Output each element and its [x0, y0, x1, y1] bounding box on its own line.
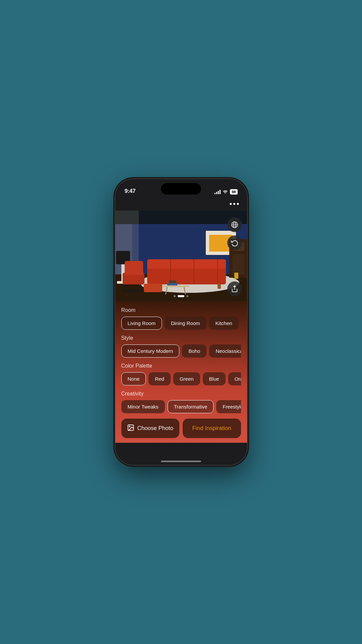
chip-mid-century[interactable]: Mid Century Modern [121, 344, 180, 358]
status-icons: 98 [215, 189, 237, 195]
status-time: 9:47 [125, 188, 136, 195]
chip-dining-room[interactable]: Dining Room [165, 317, 206, 330]
battery-badge: 98 [230, 189, 237, 195]
chip-orange[interactable]: Orange [228, 372, 241, 385]
share-icon [231, 285, 238, 292]
more-options-button[interactable]: ••• [229, 200, 240, 208]
chip-transformative[interactable]: Transformative [168, 400, 214, 413]
svg-rect-31 [167, 283, 177, 285]
svg-rect-11 [234, 273, 238, 279]
phone-frame: 9:47 98 ••• [115, 179, 247, 465]
globe-icon [231, 221, 238, 228]
page-dot-3 [186, 295, 188, 297]
svg-rect-24 [144, 284, 162, 292]
phone-screen: 9:47 98 ••• [115, 179, 247, 465]
chip-boho[interactable]: Boho [182, 344, 206, 358]
chip-kitchen[interactable]: Kitchen [209, 317, 239, 330]
page-dot-1 [174, 295, 176, 297]
history-button[interactable] [227, 235, 242, 250]
find-inspiration-button[interactable]: Find Inspiration [183, 419, 241, 438]
image-icon [127, 424, 134, 431]
room-chips-row: Living Room Dining Room Kitchen Bedroom [121, 317, 241, 330]
chip-none[interactable]: None [121, 372, 146, 385]
svg-rect-21 [218, 284, 221, 289]
wifi-icon [223, 190, 228, 195]
chip-minor-tweaks[interactable]: Minor Tweaks [121, 400, 165, 413]
home-indicator [161, 461, 201, 462]
page-indicator [174, 295, 188, 297]
dynamic-island [161, 183, 201, 195]
chip-red[interactable]: Red [148, 372, 171, 385]
svg-point-40 [129, 426, 130, 427]
chip-freestyle[interactable]: Freestyle [216, 400, 241, 413]
style-chips-row: Mid Century Modern Boho Neoclassical [121, 344, 241, 358]
color-chips-row: None Red Green Blue Orange P [121, 372, 241, 386]
signal-icon [215, 190, 221, 194]
room-section-label: Room [121, 307, 241, 313]
action-buttons-row: Choose Photo Find Inspiration [121, 419, 241, 439]
style-section-label: Style [121, 335, 241, 341]
svg-rect-28 [162, 285, 189, 287]
svg-rect-32 [169, 280, 176, 283]
history-icon [231, 239, 238, 247]
svg-rect-15 [147, 266, 226, 284]
svg-rect-23 [125, 261, 143, 275]
bottom-panel: Room Living Room Dining Room Kitchen Bed… [115, 301, 247, 443]
svg-rect-16 [147, 259, 226, 269]
hero-image-container [115, 211, 247, 301]
chip-living-room[interactable]: Living Room [121, 317, 162, 330]
share-button[interactable] [227, 281, 242, 296]
creativity-section-label: Creativity [121, 391, 241, 397]
choose-photo-label: Choose Photo [137, 425, 173, 432]
color-section-label: Color Palette [121, 363, 241, 369]
chip-blue[interactable]: Blue [203, 372, 226, 385]
chip-green[interactable]: Green [173, 372, 200, 385]
find-inspiration-label: Find Inspiration [192, 425, 231, 432]
page-dot-2 [178, 295, 184, 297]
svg-point-27 [124, 289, 144, 293]
chip-neoclassical[interactable]: Neoclassical [209, 344, 241, 358]
header-bar: ••• [115, 197, 247, 211]
choose-photo-button[interactable]: Choose Photo [121, 419, 180, 438]
photo-icon [127, 424, 134, 433]
creativity-chips-row: Minor Tweaks Transformative Freestyle [121, 400, 241, 414]
svg-rect-10 [233, 254, 244, 274]
globe-button[interactable] [227, 217, 242, 232]
